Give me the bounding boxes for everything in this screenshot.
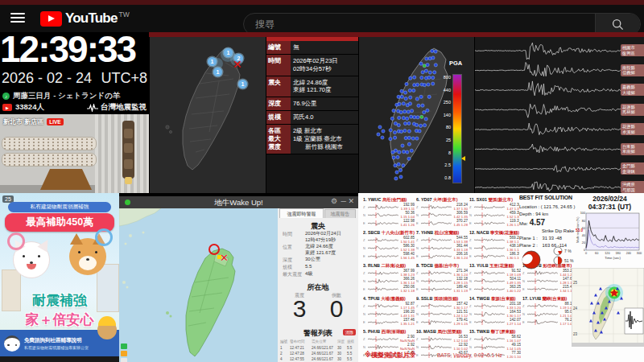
trace-component-label: N [363,345,365,349]
music-icon: ♪ [2,93,10,100]
bats-trace-row: N147.611.28 1.13 [522,278,574,285]
window-titlebar[interactable]: 地牛Wake Up! ⚙ ─ ✕ [119,196,358,208]
trace-ratio: 1.40 1.22 [506,290,521,293]
eq-info-row: 深度76.9公里 [266,97,358,111]
alert-table-cell: 30 [337,357,341,361]
dog-avatar-icon [4,335,20,352]
trace-component-label: E [469,254,472,258]
bats-trace-row: Z271.341.36 1.24 [416,269,468,277]
map-legend-icon[interactable] [121,351,127,356]
logo-text: YouTube [65,10,118,27]
bats-station-block: 9. SSLB 溪頭(南投縣)Z157.421.30 1.17N121.511.… [416,296,468,328]
trace-component-label: Z [469,337,471,341]
bestfit-depth-label: Depth : [519,212,535,216]
wakeup-row-label: 位置 [283,244,292,251]
trace-component-label: E [522,287,525,291]
alert-table-cell: 30 [337,352,341,356]
bats-trace-row: Z157.421.30 1.17 [416,302,468,310]
bats-trace-row: N121.511.24 1.12 [416,311,468,318]
bats-trace-row: N504.111.49 1.35 [469,278,521,285]
bats-station-label: 11. SX01 雙溪(新北市) [469,197,521,203]
trace-values: 366.261.36 1.14 [399,278,415,285]
trace-component-label: Z [522,271,524,275]
trace-component-label: Z [416,271,418,275]
alert-table-header: 震央位置 [312,339,326,343]
wakeup-map: ✕ [119,208,278,362]
bats-station-block: 1. YWUC 烏坵(金門縣)Z192.991.39 1.11N50.361.1… [363,197,415,229]
intensity-map-panel: 12111 ✕ [150,37,266,193]
trace-values: 142.071.27 1.14 [506,319,521,326]
eq-info-row: 震央北緯 24.86度 東經 121.70度 [266,76,358,98]
alert-table-header: 發布時間 [290,339,304,343]
map-legend-icon[interactable] [121,358,127,362]
trace-values: 306.591.42 1.35 [452,212,468,219]
eq-info-value: 2級 新北市 1級 宜蘭縣 臺北市 新竹縣 桃園市 [291,125,358,154]
trace-values: 77.301.20 1.10 [506,352,521,359]
pga-scale-tick: 440 [436,88,451,93]
tab-eew-alert[interactable]: 強震即時警報 [279,208,324,218]
misfit-reduction-plot: 02040608010006012018024030053.0Misfit re… [576,211,644,264]
bats-trace-row: E157.461.35 1.21 [363,319,415,326]
trace-component-label: E [469,320,472,324]
svg-text:23: 23 [573,332,578,336]
seismic-waveform-icon [87,104,99,112]
bestfit-mw-label: Mw: [519,221,528,226]
bats-station-block: 14. TWGB 泰源(台東縣)Z201.181.33 1.20N164.531… [469,296,521,328]
trace-component-label: Z [416,304,418,308]
trace-component-label: N [363,213,365,217]
solution-date: 2026/02/24 [576,195,644,203]
eq-info-label: 深度 [266,97,291,110]
trace-component-label: N [469,213,472,217]
eq-info-label: 震央 [266,76,291,97]
trace-component-label: N [416,246,419,250]
trace-component-label: N [469,246,472,250]
bats-trace-row: N586.301.52 1.38 [363,245,415,252]
alert-table-cell: 2 [280,352,283,356]
trace-values: 206.161.36 1.24 [452,253,468,260]
minimize-icon[interactable]: ─ [341,197,346,205]
menu-icon[interactable] [10,13,25,23]
tab-eq-report[interactable]: 地震報告 [324,209,356,218]
shiba-dog-mascot [69,238,106,275]
now-playing-track: 周藤三日月 - シェトランドの羊 [13,91,121,101]
wakeup-info-panel: 強震即時警報 地震報告 震央 時間2026年02月24日 12時47分19秒位置… [278,208,358,362]
bestfit-mw-value: 4.57 [530,218,545,227]
trace-values: 271.341.36 1.24 [452,269,468,277]
close-icon[interactable]: ✕ [348,197,354,205]
wakeup-row-label: 深度 [283,257,292,264]
youtube-logo[interactable]: YouTube TW [40,10,130,27]
cam-location-label: 新北市 新店區 [3,117,43,126]
clock-timezone: UTC+8 [101,70,147,87]
settings-gear-icon[interactable]: ⚙ [331,197,337,205]
intensity-marker: 1 [213,68,222,76]
trace-values: 192.991.39 1.11 [399,204,415,211]
wakeup-row-value: 4級 [305,271,312,278]
best-fit-solution-panel: BEST FIT SOLUTION Location : ( 121.76, 2… [519,195,644,264]
clear-alerts-button[interactable]: 清除 [343,329,356,335]
countdown-value: 0 [324,295,349,323]
trace-values: 363.251.40 1.22 [506,286,521,293]
eq-info-value: 無 [291,41,358,54]
earthquake-info-panel: 編號無時間2026年02月23日 02時34分57秒震央北緯 24.86度 東經… [266,37,358,193]
live-camera-feed: 新北市 新店區 LIVE [0,114,149,193]
bats-trace-row: Z2.90NaN NaN [363,335,415,343]
trace-ratio: 1.27 1.14 [506,323,521,326]
trace-values: 189.401.31 1.19 [452,286,468,293]
pga-scale-ticks: 800440250140802582.50.8 [359,37,474,193]
bats-trace-row: E189.401.31 1.19 [416,286,468,293]
taiwan-map-green [119,208,278,362]
advertisement-overlay[interactable]: 25 私有建築物耐震弱層補強 最高補助450萬 耐震補強 家＋倍安心 [0,193,119,362]
map-legend-icon[interactable] [121,343,127,349]
trace-component-label: E [363,287,365,291]
trace-component-label: E [363,320,365,324]
trace-component-label: Z [363,271,365,275]
trace-component-label: E [416,221,419,225]
trace-component-label: N [416,279,419,283]
trace-component-label: Z [416,238,418,242]
eq-info-value: 2026年02月23日 02時34分57秒 [291,55,358,76]
livestream-video[interactable]: 12:39:33 2026 - 02 - 24 UTC+8 ♪ 周藤三日月 - … [0,32,644,362]
bats-trace-row: Z201.181.33 1.20 [469,302,521,310]
alert-table-header: 規模 [347,339,354,343]
pga-arrow-marker [461,156,465,161]
trace-values: 218.241.37 1.30 [452,204,468,211]
